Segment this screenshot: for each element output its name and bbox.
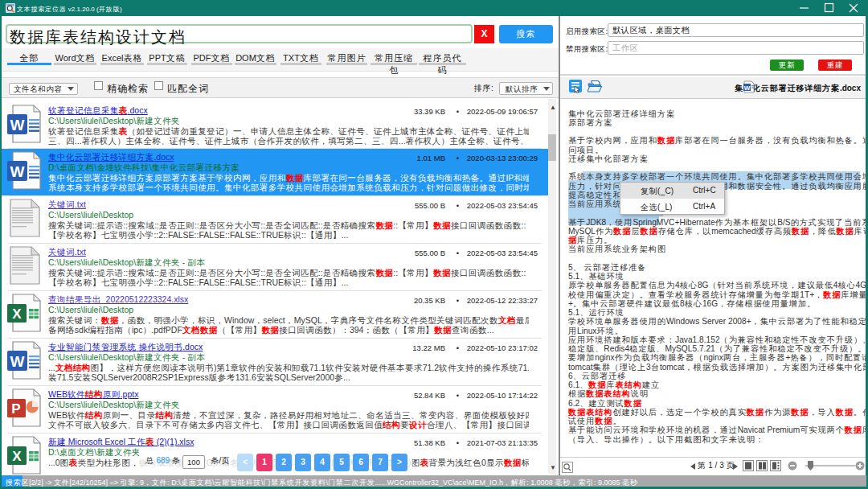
svg-text:W: W: [744, 84, 751, 92]
svg-text:W: W: [10, 117, 25, 134]
svg-text:P: P: [11, 401, 20, 417]
svg-text:X: X: [12, 306, 22, 322]
svg-text:W: W: [10, 353, 25, 370]
svg-text:W: W: [10, 163, 25, 180]
svg-text:X: X: [12, 449, 22, 464]
